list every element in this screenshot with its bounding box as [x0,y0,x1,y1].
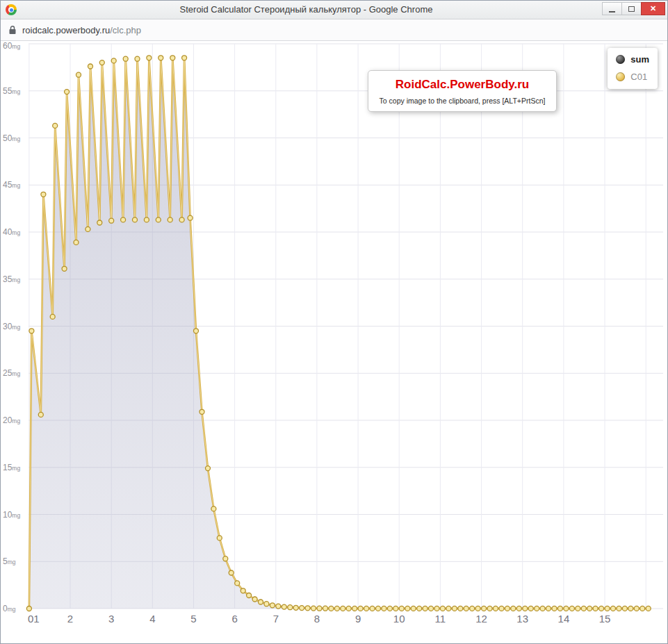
data-point-marker [346,606,351,611]
data-point-marker [470,606,475,611]
data-point-marker [158,56,163,60]
data-point-marker [259,600,263,604]
data-point-marker [399,606,404,611]
data-point-marker [364,606,369,611]
data-point-marker [552,606,557,611]
data-point-marker [382,606,386,611]
data-point-marker [133,217,138,222]
data-point-marker [494,606,498,611]
data-point-marker [628,606,633,611]
data-point-marker [211,506,216,511]
data-point-marker [323,606,328,611]
data-point-marker [511,606,516,611]
data-point-marker [188,215,193,220]
maximize-button[interactable] [621,2,642,15]
lock-icon [8,25,17,35]
data-point-marker [88,64,93,69]
window-titlebar[interactable]: Steroid Calculator Стероидный калькулято… [1,1,667,19]
legend-dot-sum [616,55,625,64]
data-point-marker [194,329,199,333]
x-axis-label: 10 [393,613,405,625]
data-point-marker [387,606,392,611]
y-axis-label: 0mg [3,604,16,613]
legend-row-c01: C01 [616,72,649,82]
data-point-marker [516,606,521,611]
data-point-marker [293,605,298,610]
data-point-marker [605,606,610,611]
x-axis-label: 3 [108,613,114,625]
x-axis-label: 6 [231,613,237,625]
data-point-marker [358,606,363,611]
data-point-marker [405,606,410,611]
data-point-marker [458,606,463,611]
data-point-marker [135,56,140,61]
data-point-marker [65,90,70,94]
data-point-marker [646,606,651,611]
data-point-marker [311,606,316,611]
data-point-marker [599,606,604,611]
data-point-marker [147,56,152,60]
data-point-marker [640,606,645,611]
url-domain: roidcalc.powerbody.ru [22,25,110,35]
data-point-marker [370,606,375,611]
y-axis-label: 20mg [3,415,20,425]
x-axis-label: 13 [516,613,528,625]
concentration-chart: 0mg5mg10mg15mg20mg25mg30mg35mg40mg45mg50… [1,41,667,643]
data-point-marker [341,606,345,611]
close-button[interactable]: ✕ [641,2,665,15]
data-point-marker [417,606,422,611]
data-point-marker [499,606,504,611]
data-point-marker [557,606,562,611]
data-point-marker [62,266,67,271]
data-point-marker [546,606,551,611]
data-point-marker [535,606,539,611]
data-point-marker [252,597,257,602]
data-point-marker [123,56,128,61]
data-point-marker [423,606,427,611]
x-axis-label: 15 [599,613,611,625]
data-point-marker [206,466,211,471]
data-point-marker [41,192,46,197]
data-point-marker [109,218,114,223]
address-bar[interactable]: roidcalc.powerbody.ru/clc.php [1,19,667,41]
data-point-marker [264,602,269,606]
data-point-marker [528,606,533,611]
x-axis-label: 12 [475,613,487,625]
data-point-marker [411,606,416,611]
y-axis-label: 45mg [3,180,20,190]
x-axis-label: 9 [355,613,361,625]
x-axis-label: 01 [28,613,40,625]
data-point-marker [282,604,286,609]
minimize-button[interactable] [602,2,622,15]
url-text[interactable]: roidcalc.powerbody.ru/clc.php [22,25,141,35]
data-point-marker [440,606,445,611]
data-point-marker [26,606,31,611]
y-axis-label: 40mg [3,227,20,237]
x-axis-label: 11 [435,613,446,625]
minimize-icon [609,11,615,13]
data-point-marker [376,606,381,611]
x-axis-label: 4 [149,613,155,625]
data-point-marker [170,56,175,60]
y-axis-label: 30mg [3,322,20,331]
data-point-marker [300,606,304,611]
data-point-marker [247,593,252,598]
x-axis-label: 14 [558,613,570,625]
legend-label-sum: sum [630,54,649,65]
maximize-icon [628,6,635,12]
sum-area [29,58,649,609]
data-point-marker [429,606,434,611]
chrome-icon-center [10,8,13,12]
window-title: Steroid Calculator Стероидный калькулято… [28,1,584,19]
data-point-marker [76,72,81,77]
data-point-marker [156,217,161,222]
y-axis-label: 10mg [3,510,20,520]
data-point-marker [99,60,104,65]
data-point-marker [168,217,172,222]
data-point-marker [50,314,55,319]
data-point-marker [276,604,281,609]
data-point-marker [393,606,398,611]
window-controls: ✕ [603,2,665,15]
data-point-marker [334,606,339,611]
data-point-marker [288,605,293,610]
